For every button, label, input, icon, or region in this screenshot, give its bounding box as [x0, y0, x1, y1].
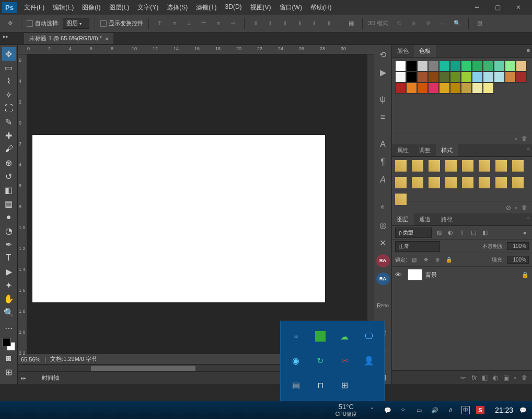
swatches-tab[interactable]: 色板	[414, 45, 436, 57]
document-tab[interactable]: 未标题-1 @ 65.6%(RGB/8) * ×	[24, 33, 113, 44]
color-swatch[interactable]	[395, 72, 406, 83]
gradient-tool[interactable]: ▤	[2, 197, 16, 210]
expand-timeline-icon[interactable]: ▸▸	[21, 375, 26, 381]
filter-shape-icon[interactable]: ▢	[469, 229, 478, 237]
layer-visibility-icon[interactable]: 👁	[395, 271, 404, 279]
canvas-viewport[interactable]	[27, 54, 367, 354]
close-button[interactable]: ✕	[510, 3, 527, 12]
auto-align-icon[interactable]: ▦	[345, 18, 357, 29]
snip-tray-icon[interactable]: ✂	[338, 355, 351, 367]
align-right-icon[interactable]: ⊣	[227, 18, 239, 29]
color-swatch[interactable]	[450, 61, 461, 72]
channels-tab[interactable]: 通道	[414, 213, 436, 225]
style-thumb[interactable]	[479, 177, 490, 188]
minimize-button[interactable]: ━	[468, 3, 485, 12]
menu-item[interactable]: 编辑(E)	[49, 1, 78, 14]
quick-mask-toggle[interactable]: ◙	[2, 352, 16, 365]
lock-artboard-icon[interactable]: ⊕	[433, 256, 442, 264]
pen-tool[interactable]: ✒	[2, 237, 16, 251]
layer-thumbnail[interactable]	[408, 269, 422, 280]
properties-tab[interactable]: 属性	[392, 144, 414, 156]
lock-pixels-icon[interactable]: ▨	[410, 256, 419, 264]
wifi-icon[interactable]: ⌔	[399, 405, 408, 415]
3d-slide-icon[interactable]: ↔	[437, 18, 448, 29]
r-pro-icon[interactable]: RPRO	[376, 299, 390, 312]
fill-input[interactable]	[507, 256, 529, 264]
sync-tray-icon[interactable]: ↻	[314, 355, 327, 367]
ra-panel-icon-1[interactable]: RA	[376, 254, 390, 267]
color-swatch[interactable]	[450, 83, 461, 94]
color-swatch[interactable]	[395, 83, 406, 94]
ra-panel-icon-2[interactable]: RA	[376, 273, 390, 285]
color-swatch[interactable]	[428, 61, 439, 72]
path-selection-tool[interactable]: ▶	[2, 265, 16, 278]
brush-settings-icon[interactable]: ≡	[376, 111, 390, 123]
color-swatch[interactable]	[439, 72, 450, 83]
adjustment-layer-icon[interactable]: ◐	[493, 374, 498, 381]
color-swatch[interactable]	[483, 72, 494, 83]
view-options-icon[interactable]: ▧	[474, 18, 485, 29]
color-swatch[interactable]	[395, 61, 406, 72]
color-swatch[interactable]	[417, 61, 428, 72]
usb-tray-icon[interactable]: ⊓	[314, 379, 327, 392]
color-swatch[interactable]	[406, 61, 417, 72]
brush-tool[interactable]: 🖌	[2, 142, 16, 156]
battery-icon[interactable]: ▭	[414, 405, 424, 415]
color-swatch[interactable]	[439, 61, 450, 72]
distribute-top-icon[interactable]: ⫴	[250, 18, 261, 29]
auto-select-checkbox[interactable]: 自动选择:	[27, 19, 60, 27]
wechat-tray-icon[interactable]: 💬	[383, 405, 392, 415]
lock-all-icon[interactable]: 🔒	[445, 256, 453, 264]
3d-zoom-icon[interactable]: 🔍	[452, 18, 463, 29]
tab-close-icon[interactable]: ×	[105, 36, 108, 42]
layers-tab[interactable]: 图层	[392, 213, 414, 225]
move-tool-icon[interactable]: ✥	[4, 18, 16, 29]
layer-group-icon[interactable]: ▣	[503, 374, 509, 381]
marquee-tool[interactable]: ▭	[2, 61, 16, 74]
glyphs-panel-icon[interactable]: A	[376, 174, 390, 186]
volume-icon[interactable]: 🔊	[430, 405, 440, 415]
character-panel-icon[interactable]: A	[376, 138, 390, 151]
style-thumb[interactable]	[512, 160, 524, 172]
align-hcenter-icon[interactable]: ≡	[213, 18, 224, 29]
eyedropper-tool[interactable]: ✎	[2, 115, 16, 129]
distribute-left-icon[interactable]: ⫵	[294, 18, 305, 29]
color-swatch[interactable]	[439, 83, 450, 94]
menu-item[interactable]: 滤镜(T)	[192, 1, 221, 14]
vertical-scrollbar[interactable]	[367, 54, 374, 354]
menu-item[interactable]: 帮助(H)	[306, 1, 336, 14]
blur-tool[interactable]: ●	[2, 210, 16, 224]
menu-item[interactable]: 3D(D)	[221, 1, 246, 14]
filter-adjustment-icon[interactable]: ◐	[446, 229, 455, 237]
nvidia-tray-icon[interactable]	[315, 331, 326, 342]
filter-toggle-icon[interactable]: ●	[521, 229, 529, 237]
layers-menu-icon[interactable]: ≡	[527, 216, 530, 222]
3d-orbit-icon[interactable]: ⟲	[393, 18, 404, 29]
auto-select-scope-select[interactable]: 图层 ▾	[63, 18, 89, 29]
align-vcenter-icon[interactable]: ≡	[169, 18, 180, 29]
dodge-tool[interactable]: ◔	[2, 224, 16, 237]
style-thumb[interactable]	[395, 177, 407, 188]
color-swatch[interactable]	[428, 72, 439, 83]
layer-row[interactable]: 👁 背景 🔒	[392, 267, 532, 282]
tool-presets-icon[interactable]: ✕	[376, 236, 390, 249]
menu-item[interactable]: 文字(Y)	[133, 1, 163, 14]
menu-item[interactable]: 图像(I)	[78, 1, 105, 14]
color-swatch[interactable]	[450, 72, 461, 83]
align-left-icon[interactable]: ⊢	[198, 18, 210, 29]
style-thumb[interactable]	[495, 160, 507, 172]
cpu-temp-widget[interactable]: 51°C CPU温度	[330, 403, 362, 417]
clear-style-icon[interactable]: ⊘	[506, 204, 511, 211]
color-swatch[interactable]	[505, 72, 516, 83]
navigator-panel-icon[interactable]: ◎	[376, 219, 390, 231]
type-tool[interactable]: T	[2, 251, 16, 265]
clone-stamp-tool[interactable]: ⊛	[2, 156, 16, 169]
color-swatch[interactable]	[516, 61, 527, 72]
color-swatch[interactable]	[428, 83, 439, 94]
layer-filter-select[interactable]: ρ 类型	[395, 228, 432, 238]
edit-toolbar[interactable]: ⋯	[2, 321, 16, 335]
ime-icon[interactable]: 中	[461, 406, 470, 414]
3d-roll-icon[interactable]: ⊕	[408, 18, 419, 29]
paragraph-panel-icon[interactable]: ¶	[376, 156, 390, 168]
align-top-icon[interactable]: ⊤	[154, 18, 166, 29]
